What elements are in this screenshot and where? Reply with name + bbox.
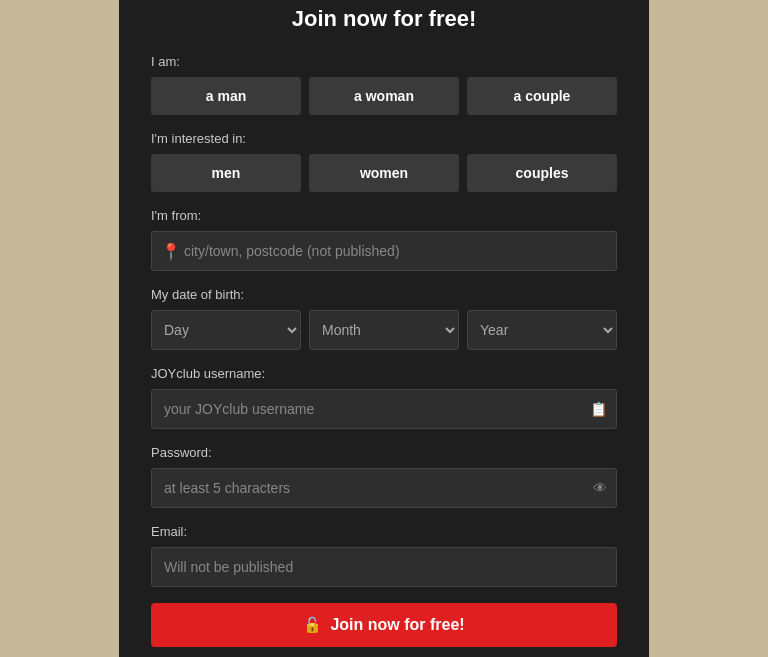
username-input[interactable] xyxy=(151,389,617,429)
dob-group: My date of birth: Day Month Year xyxy=(151,287,617,350)
dob-label: My date of birth: xyxy=(151,287,617,302)
iam-couple-button[interactable]: a couple xyxy=(467,77,617,115)
from-label: I'm from: xyxy=(151,208,617,223)
username-label: JOYclub username: xyxy=(151,366,617,381)
username-input-wrapper: 📋 xyxy=(151,389,617,429)
email-input[interactable] xyxy=(151,547,617,587)
password-group: Password: 👁 xyxy=(151,445,617,508)
interested-button-row: men women couples xyxy=(151,154,617,192)
password-label: Password: xyxy=(151,445,617,460)
interested-label: I'm interested in: xyxy=(151,131,617,146)
dob-month-select[interactable]: Month xyxy=(309,310,459,350)
location-input-wrapper: 📍 xyxy=(151,231,617,271)
iam-label: I am: xyxy=(151,54,617,69)
lock-icon: 🔓 xyxy=(303,616,322,634)
interested-women-button[interactable]: women xyxy=(309,154,459,192)
registration-form: Join now for free! I am: a man a woman a… xyxy=(119,0,649,657)
username-info-icon: 📋 xyxy=(590,401,607,417)
location-input[interactable] xyxy=(151,231,617,271)
interested-men-button[interactable]: men xyxy=(151,154,301,192)
interested-group: I'm interested in: men women couples xyxy=(151,131,617,192)
location-group: I'm from: 📍 xyxy=(151,208,617,271)
username-group: JOYclub username: 📋 xyxy=(151,366,617,429)
email-group: Email: xyxy=(151,524,617,587)
password-visibility-icon[interactable]: 👁 xyxy=(593,480,607,496)
password-input-wrapper: 👁 xyxy=(151,468,617,508)
submit-button[interactable]: 🔓 Join now for free! xyxy=(151,603,617,647)
iam-button-row: a man a woman a couple xyxy=(151,77,617,115)
form-title: Join now for free! xyxy=(151,6,617,32)
iam-man-button[interactable]: a man xyxy=(151,77,301,115)
dob-day-select[interactable]: Day xyxy=(151,310,301,350)
dob-row: Day Month Year xyxy=(151,310,617,350)
iam-group: I am: a man a woman a couple xyxy=(151,54,617,115)
dob-year-select[interactable]: Year xyxy=(467,310,617,350)
iam-woman-button[interactable]: a woman xyxy=(309,77,459,115)
submit-label: Join now for free! xyxy=(330,616,464,634)
password-input[interactable] xyxy=(151,468,617,508)
location-icon: 📍 xyxy=(161,242,181,261)
interested-couples-button[interactable]: couples xyxy=(467,154,617,192)
email-label: Email: xyxy=(151,524,617,539)
